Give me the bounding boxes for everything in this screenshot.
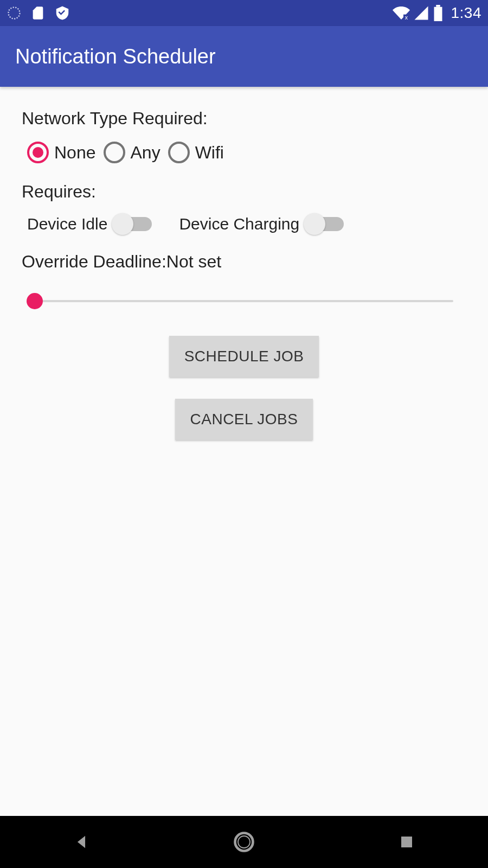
app-title: Notification Scheduler — [15, 45, 216, 68]
network-type-label: Network Type Required: — [22, 108, 466, 129]
status-bar: x 1:34 — [0, 0, 488, 26]
slider-track — [35, 300, 453, 302]
override-deadline-prefix: Override Deadline: — [22, 252, 166, 271]
nav-recents-button[interactable] — [390, 826, 423, 858]
cancel-jobs-button[interactable]: CANCEL JOBS — [175, 399, 313, 440]
nav-back-button[interactable] — [65, 826, 98, 858]
radio-wifi[interactable]: Wifi — [168, 142, 224, 163]
svg-text:x: x — [404, 14, 408, 21]
slider-thumb[interactable] — [27, 293, 43, 309]
radio-button-icon — [27, 142, 49, 163]
override-deadline-value: Not set — [166, 252, 221, 271]
status-clock: 1:34 — [451, 4, 482, 22]
svg-rect-7 — [401, 837, 412, 847]
switch-device-charging[interactable] — [306, 217, 344, 231]
radio-label: None — [54, 143, 96, 163]
deadline-slider[interactable] — [35, 290, 453, 312]
play-protect-icon — [54, 5, 70, 21]
svg-rect-4 — [436, 5, 440, 7]
app-bar: Notification Scheduler — [0, 26, 488, 87]
sd-card-icon — [30, 5, 46, 21]
switch-label: Device Charging — [179, 215, 299, 233]
switch-device-idle[interactable] — [114, 217, 152, 231]
wifi-icon: x — [393, 4, 410, 22]
svg-point-0 — [9, 8, 20, 19]
requires-switch-row: Device Idle Device Charging — [27, 215, 466, 233]
radio-label: Any — [131, 143, 160, 163]
switch-device-charging-item: Device Charging — [179, 215, 344, 233]
radio-any[interactable]: Any — [104, 142, 160, 163]
requires-label: Requires: — [22, 182, 466, 202]
radio-none[interactable]: None — [27, 142, 96, 163]
radio-button-icon — [104, 142, 125, 163]
battery-icon — [433, 5, 444, 21]
cellular-signal-icon — [413, 5, 429, 21]
button-stack: SCHEDULE JOB CANCEL JOBS — [22, 336, 466, 440]
radio-button-icon — [168, 142, 190, 163]
navigation-bar — [0, 816, 488, 868]
nav-home-button[interactable] — [228, 826, 260, 858]
svg-point-6 — [238, 836, 250, 848]
app-running-icon — [7, 5, 22, 21]
switch-device-idle-item: Device Idle — [27, 215, 152, 233]
svg-rect-3 — [434, 7, 442, 21]
switch-label: Device Idle — [27, 215, 107, 233]
main-content: Network Type Required: None Any Wifi Req… — [0, 87, 488, 440]
radio-label: Wifi — [195, 143, 224, 163]
schedule-job-button[interactable]: SCHEDULE JOB — [169, 336, 319, 377]
override-deadline-row: Override Deadline:Not set — [22, 252, 466, 272]
network-type-radio-group: None Any Wifi — [27, 142, 466, 163]
